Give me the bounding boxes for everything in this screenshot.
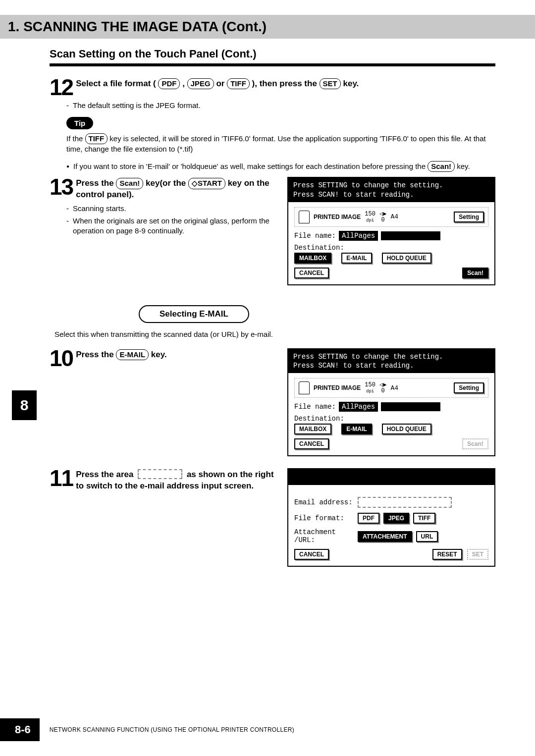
pdf-key: PDF: [158, 78, 180, 89]
holdqueue-button[interactable]: HOLD QUEUE: [382, 424, 431, 434]
step-number: 12: [50, 77, 73, 98]
touch-panel-1: Press SETTING to change the setting. Pre…: [287, 177, 495, 285]
mailbox-button[interactable]: MAILBOX: [294, 253, 331, 264]
dashed-area-icon: [138, 469, 182, 479]
file-name-field[interactable]: [381, 231, 440, 240]
step-instruction: Press the area as shown on the right to …: [76, 468, 277, 492]
tip-text: If the TIFF key is selected, it will be …: [66, 133, 495, 155]
step-instruction: Select a file format ( PDF , JPEG or TIF…: [76, 77, 495, 90]
panel-header: Press SETTING to change the setting. Pre…: [288, 178, 494, 202]
email-input-panel: Email address: File format: PDF JPEG TIF…: [287, 468, 495, 567]
setting-button[interactable]: Setting: [454, 382, 484, 393]
destination-row: Destination: MAILBOX E-MAIL HOLD QUEUE: [294, 415, 488, 434]
printed-image-label: PRINTED IMAGE: [314, 214, 361, 220]
destination-row: Destination: MAILBOX E-MAIL HOLD QUEUE: [294, 244, 488, 264]
file-name-row: File name: AllPages: [294, 402, 488, 412]
file-format-row: File format: PDF JPEG TIFF: [294, 513, 488, 524]
step-12-note: The default setting is the JPEG format.: [66, 101, 495, 110]
document-icon: [299, 381, 310, 394]
page-footer: 8-6 NETWORK SCANNING FUNCTION (USING THE…: [0, 718, 535, 741]
email-button[interactable]: E-MAIL: [341, 253, 372, 264]
chapter-tab: 8: [12, 390, 37, 420]
section-pill: Selecting E-MAIL: [139, 305, 249, 323]
touch-panel-2: Press SETTING to change the setting. Pre…: [287, 348, 495, 456]
page-number: 8-6: [0, 718, 40, 741]
section-subtitle: Scan Setting on the Touch Panel (Cont.): [50, 48, 495, 60]
set-key: SET: [320, 78, 341, 89]
step-12: 12 Select a file format ( PDF , JPEG or …: [50, 77, 495, 98]
printed-image-label: PRINTED IMAGE: [314, 384, 361, 391]
panel-header-blank: [288, 469, 494, 485]
step-13-note-2: When the originals are set on the origin…: [66, 216, 277, 236]
panel-header: Press SETTING to change the setting. Pre…: [288, 349, 494, 373]
cancel-button[interactable]: CANCEL: [294, 268, 329, 278]
set-button-disabled: SET: [467, 549, 488, 560]
email-address-row: Email address:: [294, 497, 488, 508]
mailbox-button[interactable]: MAILBOX: [294, 424, 331, 434]
setting-button[interactable]: Setting: [454, 212, 484, 222]
file-name-value[interactable]: AllPages: [339, 231, 378, 241]
scan-key-inline: Scan!: [428, 161, 455, 172]
attachment-button[interactable]: ATTACHEMENT: [358, 531, 412, 542]
step-11: 11 Press the area as shown on the right …: [50, 468, 277, 492]
tiff-key: TIFF: [227, 78, 250, 89]
tiff-key-tip: TIFF: [85, 133, 108, 144]
file-name-row: File name: AllPages: [294, 231, 488, 241]
email-address-input[interactable]: [358, 497, 452, 508]
step-number: 13: [50, 177, 73, 197]
divider: [50, 63, 495, 66]
jpeg-button[interactable]: JPEG: [383, 513, 409, 524]
file-name-value[interactable]: AllPages: [339, 402, 378, 412]
tiff-button[interactable]: TIFF: [413, 513, 435, 524]
step-number: 11: [50, 468, 73, 488]
start-key: ◇START: [188, 178, 225, 189]
step-13: 13 Press the Scan! key(or the ◇START key…: [50, 177, 277, 201]
url-button[interactable]: URL: [416, 531, 438, 542]
bullet-note: If you want to store in 'E-mail' or 'hol…: [66, 161, 495, 172]
scan-button[interactable]: Scan!: [462, 268, 488, 278]
scan-button-disabled: Scan!: [462, 438, 488, 449]
section-description: Select this when transmitting the scanne…: [54, 330, 495, 338]
cancel-button[interactable]: CANCEL: [294, 438, 329, 449]
step-instruction: Press the Scan! key(or the ◇START key on…: [76, 177, 277, 201]
footer-text: NETWORK SCANNING FUNCTION (USING THE OPT…: [50, 726, 294, 733]
attachment-row: Attachment /URL: ATTACHEMENT URL: [294, 529, 488, 544]
step-10: 10 Press the E-MAIL key.: [50, 348, 277, 369]
document-icon: [299, 211, 310, 223]
chapter-header: 1. SCANNING THE IMAGE DATA (Cont.): [0, 15, 535, 39]
step-13-note-1: Scanning starts.: [66, 204, 277, 214]
tip-badge: Tip: [66, 117, 93, 129]
email-button[interactable]: E-MAIL: [341, 424, 372, 434]
step-instruction: Press the E-MAIL key.: [76, 348, 277, 361]
holdqueue-button[interactable]: HOLD QUEUE: [382, 253, 431, 264]
cancel-button[interactable]: CANCEL: [294, 549, 329, 560]
file-name-field[interactable]: [381, 402, 440, 411]
pdf-button[interactable]: PDF: [358, 513, 379, 524]
printed-image-row: PRINTED IMAGE 150dpi ◁▶0 A4 Setting: [294, 378, 488, 398]
email-key: E-MAIL: [116, 349, 149, 360]
printed-image-row: PRINTED IMAGE 150dpi ◁▶0 A4 Setting: [294, 207, 488, 227]
reset-button[interactable]: RESET: [432, 549, 462, 560]
chapter-title: 1. SCANNING THE IMAGE DATA (Cont.): [8, 19, 527, 35]
step-number: 10: [50, 348, 73, 369]
scan-key: Scan!: [116, 178, 143, 189]
jpeg-key: JPEG: [187, 78, 214, 89]
